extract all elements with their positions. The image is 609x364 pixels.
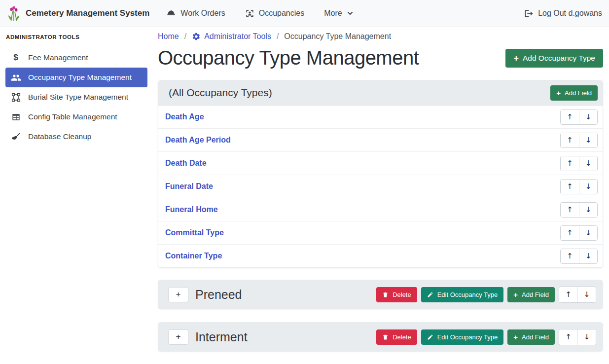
sidebar-item-fee-management[interactable]: $ Fee Management [5, 48, 147, 68]
edit-occupancy-type-button[interactable]: Edit Occupancy Type [421, 287, 504, 302]
field-link-death-age[interactable]: Death Age [165, 112, 204, 121]
pencil-icon [427, 291, 433, 298]
field-row: Death Age ↑ ↓ [158, 106, 603, 129]
dollar-icon: $ [10, 53, 22, 63]
gear-icon [192, 32, 201, 41]
delete-button[interactable]: Delete [376, 329, 417, 345]
sidebar-item-config-table-management[interactable]: Config Table Management [5, 107, 147, 127]
pencil-icon [427, 334, 433, 340]
edit-occupancy-type-button[interactable]: Edit Occupancy Type [421, 329, 504, 345]
logout-label: Log Out d.gowans [538, 9, 602, 18]
field-link-container-type[interactable]: Container Type [165, 252, 222, 260]
breadcrumb-home[interactable]: Home [158, 32, 179, 41]
vector-square-icon [10, 93, 22, 102]
nav-more[interactable]: More [324, 9, 353, 18]
move-down-button[interactable]: ↓ [579, 226, 597, 240]
chevron-down-icon [347, 10, 354, 17]
app-title: Cemetery Management System [26, 8, 149, 18]
reorder-group: ↑ ↓ [560, 249, 598, 264]
broom-icon [10, 132, 22, 142]
move-up-button[interactable]: ↑ [561, 110, 579, 124]
breadcrumb-current: Occupancy Type Management [284, 32, 391, 41]
nav-work-orders[interactable]: Work Orders [166, 8, 225, 18]
breadcrumb: Home / Administrator Tools / Occupancy T… [158, 32, 603, 41]
move-up-button[interactable]: ↑ [561, 180, 579, 194]
move-down-button[interactable]: ↓ [577, 329, 596, 345]
hard-hat-icon [166, 8, 176, 18]
section-actions: Delete Edit Occupancy Type + Add Field [376, 329, 596, 345]
app-window: Cemetery Management System Work Orders [0, 0, 609, 364]
field-link-funeral-date[interactable]: Funeral Date [165, 182, 213, 191]
move-up-button[interactable]: ↑ [561, 133, 579, 147]
sidebar-item-database-cleanup[interactable]: Database Cleanup [5, 127, 147, 146]
move-down-button[interactable]: ↓ [579, 203, 597, 217]
breadcrumb-separator: / [277, 32, 279, 41]
nav-occupancies-label: Occupancies [259, 9, 305, 18]
move-up-button[interactable]: ↑ [561, 226, 579, 240]
move-up-button[interactable]: ↑ [559, 287, 577, 302]
trash-icon [382, 334, 389, 340]
nav-right: Log Out d.gowans [524, 9, 602, 18]
sidebar-item-label: Database Cleanup [28, 132, 91, 141]
add-field-button[interactable]: + Add Field [507, 329, 555, 345]
logout-icon [524, 9, 534, 18]
nav-occupancies[interactable]: Occupancies [245, 9, 305, 18]
sidebar-item-occupancy-type-management[interactable]: Occupancy Type Management [5, 68, 147, 87]
move-up-button[interactable]: ↑ [561, 249, 579, 263]
plus-icon: + [513, 54, 519, 63]
field-link-death-age-period[interactable]: Death Age Period [165, 136, 231, 145]
add-field-button[interactable]: + Add Field [550, 85, 598, 101]
move-down-button[interactable]: ↓ [577, 287, 596, 302]
sidebar-heading: ADMINISTRATOR TOOLS [0, 31, 153, 40]
nav-more-label: More [324, 9, 342, 18]
sidebar-item-label: Config Table Management [28, 112, 117, 121]
occupancy-frame-icon [245, 9, 254, 18]
nav-links: Work Orders Occupancies More [166, 8, 353, 18]
move-down-button[interactable]: ↓ [579, 110, 597, 124]
expand-button[interactable]: + [168, 329, 188, 345]
top-navbar: Cemetery Management System Work Orders [0, 0, 609, 27]
move-up-button[interactable]: ↑ [561, 203, 579, 217]
all-occupancy-types-card: (All Occupancy Types) + Add Field Death … [158, 80, 603, 268]
field-row: Committal Type ↑ ↓ [158, 221, 603, 245]
breadcrumb-administrator-tools-label: Administrator Tools [204, 32, 271, 41]
move-down-button[interactable]: ↓ [579, 156, 597, 171]
brand: Cemetery Management System [7, 5, 149, 21]
logout-link[interactable]: Log Out d.gowans [524, 9, 602, 18]
reorder-group: ↑ ↓ [559, 329, 596, 345]
add-field-button[interactable]: + Add Field [507, 287, 555, 302]
move-down-button[interactable]: ↓ [579, 133, 597, 147]
field-link-death-date[interactable]: Death Date [165, 159, 207, 168]
field-row: Death Date ↑ ↓ [158, 152, 603, 175]
reorder-group: ↑ ↓ [560, 133, 598, 148]
field-link-funeral-home[interactable]: Funeral Home [165, 205, 218, 214]
card-title: (All Occupancy Types) [169, 87, 272, 99]
add-field-label: Add Field [565, 89, 592, 97]
field-row: Funeral Home ↑ ↓ [158, 198, 603, 221]
sidebar-item-burial-site-type-management[interactable]: Burial Site Type Management [5, 87, 147, 107]
delete-label: Delete [393, 333, 411, 341]
edit-occupancy-type-label: Edit Occupancy Type [437, 333, 498, 341]
plus-icon: + [513, 333, 518, 341]
move-down-button[interactable]: ↓ [579, 180, 597, 194]
page-title: Occupancy Type Management [158, 47, 419, 69]
tulip-logo-icon [7, 5, 21, 21]
field-row: Container Type ↑ ↓ [158, 245, 603, 267]
add-field-label: Add Field [522, 333, 549, 341]
add-occupancy-type-button[interactable]: + Add Occupancy Type [505, 49, 603, 68]
move-up-button[interactable]: ↑ [559, 329, 577, 345]
section-title: Interment [195, 330, 248, 344]
field-row: Funeral Date ↑ ↓ [158, 175, 603, 198]
breadcrumb-administrator-tools[interactable]: Administrator Tools [192, 32, 271, 41]
delete-button[interactable]: Delete [376, 287, 417, 302]
move-up-button[interactable]: ↑ [561, 156, 579, 171]
reorder-group: ↑ ↓ [560, 156, 598, 171]
field-link-committal-type[interactable]: Committal Type [165, 228, 224, 237]
add-field-label: Add Field [522, 291, 549, 298]
move-down-button[interactable]: ↓ [579, 249, 597, 263]
reorder-group: ↑ ↓ [560, 225, 598, 241]
expand-button[interactable]: + [168, 287, 188, 302]
reorder-group: ↑ ↓ [559, 287, 596, 303]
field-row: Death Age Period ↑ ↓ [158, 129, 603, 152]
delete-label: Delete [393, 291, 411, 298]
